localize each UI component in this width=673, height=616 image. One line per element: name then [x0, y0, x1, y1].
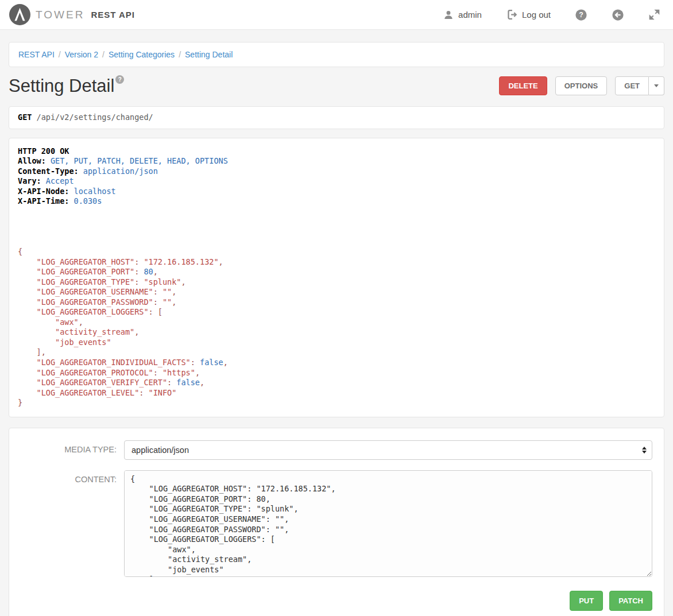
- media-type-select[interactable]: application/json: [124, 440, 652, 460]
- brand-home-link[interactable]: TOWER REST API: [9, 4, 135, 25]
- title-help-icon[interactable]: ?: [115, 75, 124, 84]
- brand-restapi-text: REST API: [91, 10, 135, 20]
- back-button[interactable]: [612, 9, 624, 21]
- back-circle-icon: [612, 9, 624, 21]
- put-button[interactable]: PUT: [570, 591, 603, 611]
- media-type-label: MEDIA TYPE:: [21, 440, 124, 460]
- logout-text: Log out: [522, 10, 551, 20]
- get-button-group: GET: [615, 76, 664, 95]
- username-text: admin: [458, 10, 482, 20]
- content-textarea[interactable]: [124, 470, 652, 577]
- page-title: Setting Detail?: [9, 75, 124, 96]
- content-control: [124, 470, 652, 579]
- content-label: CONTENT:: [21, 470, 124, 579]
- expand-icon: [648, 9, 660, 21]
- request-path: /api/v2/settings/changed/: [37, 113, 153, 122]
- breadcrumb-separator: /: [175, 50, 185, 59]
- navbar-actions: admin Log out ?: [443, 9, 660, 21]
- top-navbar: TOWER REST API admin Log out: [0, 0, 673, 30]
- expand-button[interactable]: [648, 9, 660, 21]
- title-row: Setting Detail? DELETE OPTIONS GET: [9, 75, 664, 96]
- options-button[interactable]: OPTIONS: [555, 76, 608, 95]
- logout-button[interactable]: Log out: [506, 9, 551, 21]
- logout-icon: [506, 9, 518, 21]
- patch-button[interactable]: PATCH: [609, 591, 652, 611]
- ansible-logo-icon: [9, 4, 30, 25]
- media-type-control: application/json: [124, 440, 652, 460]
- method-toolbar: DELETE OPTIONS GET: [499, 76, 664, 95]
- request-method: GET: [18, 113, 32, 122]
- breadcrumb: REST API/Version 2/Setting Categories/Se…: [9, 42, 664, 67]
- user-menu[interactable]: admin: [443, 9, 482, 21]
- svg-text:?: ?: [579, 11, 583, 19]
- caret-down-icon: [654, 84, 659, 87]
- breadcrumb-link[interactable]: REST API: [18, 50, 55, 59]
- user-icon: [443, 9, 454, 21]
- content-row: CONTENT:: [21, 470, 652, 579]
- help-button[interactable]: ?: [575, 9, 587, 21]
- breadcrumb-separator: /: [55, 50, 65, 59]
- form-actions: PUT PATCH: [21, 591, 652, 611]
- main-container: REST API/Version 2/Setting Categories/Se…: [0, 42, 673, 616]
- content-form: MEDIA TYPE: application/json CONTENT: PU…: [9, 428, 664, 616]
- response-body: HTTP 200 OK Allow: GET, PUT, PATCH, DELE…: [18, 146, 655, 408]
- breadcrumb-link[interactable]: Setting Detail: [185, 50, 233, 59]
- breadcrumb-separator: /: [98, 50, 109, 59]
- breadcrumb-link[interactable]: Setting Categories: [109, 50, 175, 59]
- brand-tower-text: TOWER: [36, 9, 84, 21]
- media-type-row: MEDIA TYPE: application/json: [21, 440, 652, 460]
- page: { "navbar": { "brand_tower": "TOWER", "b…: [0, 0, 673, 616]
- delete-button[interactable]: DELETE: [499, 76, 547, 95]
- breadcrumb-link[interactable]: Version 2: [65, 50, 98, 59]
- help-circle-icon: ?: [575, 9, 587, 21]
- request-info-bar: GET /api/v2/settings/changed/: [9, 106, 664, 129]
- get-dropdown-toggle[interactable]: [649, 76, 664, 95]
- get-button[interactable]: GET: [615, 76, 649, 95]
- page-title-text: Setting Detail: [9, 76, 114, 96]
- response-panel: HTTP 200 OK Allow: GET, PUT, PATCH, DELE…: [9, 138, 664, 417]
